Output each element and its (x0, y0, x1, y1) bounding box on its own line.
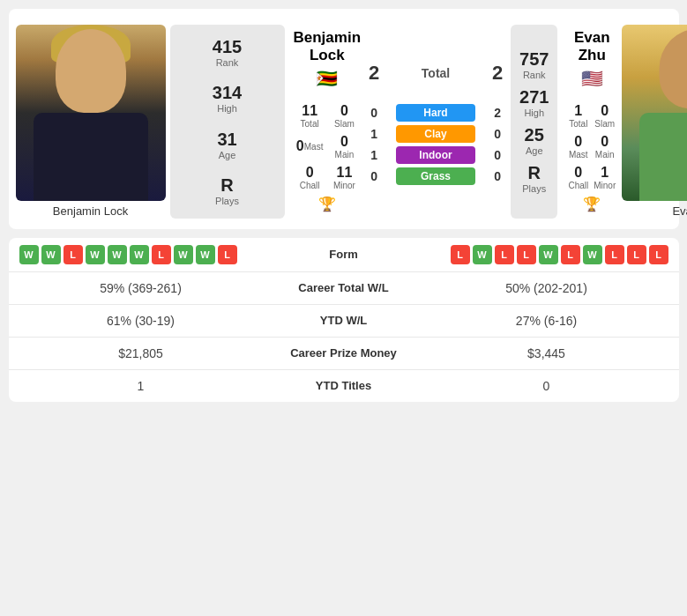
right-plays-value: R (519, 163, 549, 183)
left-player-photo: Benjamin Lock (16, 25, 166, 218)
form-pill-right: W (539, 245, 558, 264)
left-rank-label: Rank (179, 57, 276, 68)
stat-row-right-value: 27% (6-16) (432, 314, 661, 328)
form-pill-right: L (649, 245, 668, 264)
left-player-silhouette (16, 25, 166, 201)
right-mast-lbl: Mast (568, 150, 588, 160)
right-age-label: Age (519, 145, 549, 156)
form-pill-right: L (605, 245, 624, 264)
form-pill-left: L (63, 245, 83, 264)
grass-right: 0 (489, 169, 506, 183)
left-flag: 🇿🇼 (316, 68, 338, 89)
left-high-value: 314 (179, 83, 276, 103)
total-label: Total (400, 66, 471, 80)
form-label: Form (273, 248, 414, 261)
right-main-lbl: Main (594, 150, 616, 160)
right-player-name-below: Evan Zhu (622, 204, 687, 218)
right-body (639, 113, 687, 201)
surface-scores: 2 Total 2 0 Hard 2 1 Clay 0 1 Indoor (365, 62, 506, 189)
total-score-right: 2 (489, 62, 506, 85)
right-head (660, 29, 687, 108)
left-chall-val: 0 (295, 165, 325, 181)
center-column: Benjamin Lock 🇿🇼 11 Total 0 Slam 0 Mast (289, 18, 366, 220)
left-high-label: High (179, 103, 276, 114)
indoor-right: 0 (489, 148, 506, 162)
left-plays-label: Plays (179, 196, 276, 206)
left-high-block: 314 High (179, 79, 276, 117)
stat-row: 59% (369-261)Career Total W/L50% (202-20… (9, 272, 679, 305)
left-minor-val: 11 (330, 165, 359, 181)
form-pill-left: L (152, 245, 171, 264)
form-stats-section: WWLWWWLWWL Form LWLLWLWLLL 59% (369-261)… (9, 238, 679, 402)
left-trophy-row: 🏆 (318, 196, 336, 212)
form-pill-right: L (517, 245, 536, 264)
stat-row-left-value: $21,805 (26, 346, 256, 360)
clay-left: 1 (365, 127, 383, 141)
stat-row-right-value: 0 (432, 379, 661, 393)
hard-row: 0 Hard 2 (365, 104, 506, 122)
stat-row-label: Career Total W/L (256, 281, 432, 294)
form-pill-right: L (561, 245, 580, 264)
hard-left: 0 (365, 106, 383, 120)
left-slam-stat: 0 Slam (328, 101, 361, 130)
form-pill-left: W (19, 245, 39, 264)
left-stats-panel: 415 Rank 314 High 31 Age R Plays (170, 25, 285, 219)
form-pill-left: W (108, 245, 127, 264)
stat-row-label: YTD Titles (256, 379, 432, 392)
right-stats-panel: 757 Rank 271 High 25 Age R Plays (511, 25, 557, 219)
right-player-name-header: Evan Zhu (566, 29, 617, 65)
right-mast-stat: 0 Mast (566, 132, 590, 161)
left-minor-stat: 11 Minor (328, 163, 361, 192)
right-trophy-icon: 🏆 (583, 196, 601, 212)
form-pill-left: W (196, 245, 215, 264)
stat-row-left-value: 61% (30-19) (26, 314, 256, 328)
left-player-block: Benjamin Lock 415 Rank 314 High 31 Age R (9, 18, 289, 219)
form-pill-right: L (495, 245, 514, 264)
right-chall-stat: 0 Chall (566, 163, 590, 192)
right-slam-val: 0 (594, 103, 616, 119)
left-plays-block: R Plays (179, 172, 276, 210)
left-total-stat: 11 Total (294, 101, 326, 130)
form-pill-left: W (41, 245, 61, 264)
grass-left: 0 (365, 169, 383, 183)
right-slam-lbl: Slam (594, 119, 616, 129)
indoor-row: 1 Indoor 0 (365, 146, 506, 164)
left-plays-value: R (179, 175, 276, 196)
form-pill-right: W (473, 245, 492, 264)
left-form-pills: WWLWWWLWWL (19, 245, 273, 264)
stat-row-left-value: 1 (26, 379, 256, 393)
clay-right: 0 (489, 127, 506, 141)
right-high-label: High (519, 108, 549, 118)
left-body (34, 113, 148, 201)
left-chall-stat: 0 Chall (294, 163, 326, 192)
left-minor-lbl: Minor (330, 181, 359, 190)
left-mast-val: 0 (296, 138, 304, 154)
center-top: Benjamin Lock 🇿🇼 (294, 29, 362, 94)
right-main-stat: 0 Main (592, 132, 617, 161)
right-mast-val: 0 (568, 134, 588, 150)
right-plays-block: R Plays (519, 160, 549, 197)
right-minor-lbl: Minor (594, 181, 616, 190)
left-player-name-header: Benjamin Lock (294, 29, 362, 65)
indoor-badge: Indoor (396, 146, 475, 164)
left-slam-lbl: Slam (330, 119, 359, 129)
left-rank-value: 415 (179, 37, 276, 57)
left-chall-lbl: Chall (295, 181, 325, 190)
right-rank-value: 757 (519, 49, 549, 70)
right-rank-label: Rank (519, 70, 549, 80)
stat-row-label: Career Prize Money (256, 346, 432, 360)
left-mast-stat: 0 Mast (294, 132, 326, 161)
right-high-block: 271 High (519, 84, 549, 122)
stats-rows: 59% (369-261)Career Total W/L50% (202-20… (9, 272, 679, 402)
left-small-stats: 11 Total 0 Slam 0 Mast 0 Main 0 Chall (294, 101, 362, 192)
stat-row-left-value: 59% (369-261) (26, 281, 256, 295)
clay-badge: Clay (396, 125, 475, 143)
left-mast-lbl: Mast (304, 142, 324, 152)
form-pill-right: L (627, 245, 646, 264)
grass-row: 0 Grass 0 (365, 167, 506, 185)
clay-row: 1 Clay 0 (365, 125, 506, 143)
left-main-lbl: Main (330, 150, 359, 160)
form-row: WWLWWWLWWL Form LWLLWLWLLL (9, 238, 679, 272)
right-flag: 🇺🇸 (581, 68, 603, 89)
right-trophy-row: 🏆 (583, 196, 601, 212)
